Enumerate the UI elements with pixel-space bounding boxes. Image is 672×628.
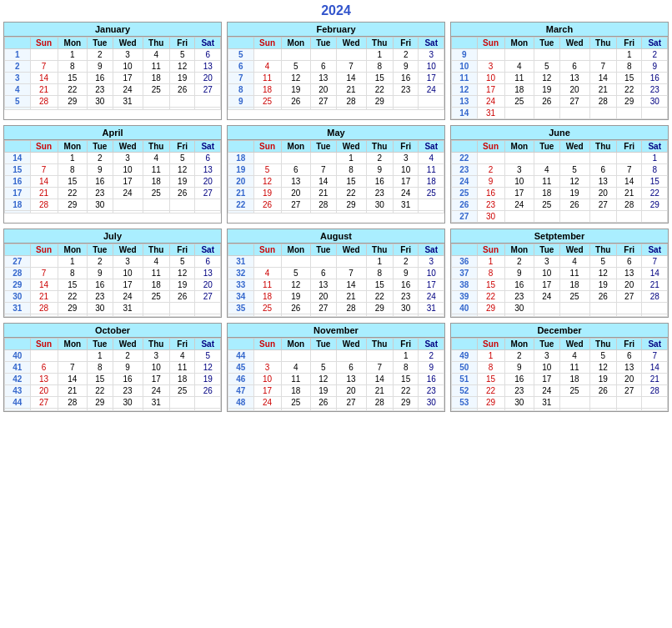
day-cell: 5 [169, 256, 195, 268]
day-cell: 30 [504, 303, 534, 314]
month-table: SunMonTueWedThuFriSat4412453456789461011… [228, 338, 444, 411]
day-cell: 5 [311, 362, 337, 374]
week-number: 26 [452, 199, 478, 211]
day-cell: 14 [366, 374, 393, 385]
table-row [228, 211, 444, 214]
day-header-tue: Tue [311, 141, 337, 153]
day-cell: 3 [393, 153, 419, 164]
table-row: 221 [452, 153, 668, 164]
day-cell [281, 211, 310, 214]
day-cell: 13 [195, 61, 221, 73]
day-cell: 10 [113, 268, 143, 279]
day-cell: 25 [534, 199, 560, 211]
day-cell: 6 [589, 164, 616, 176]
day-cell: 5 [169, 153, 195, 164]
day-header-mon: Mon [504, 244, 534, 256]
day-header-mon: Mon [504, 339, 534, 350]
day-cell: 26 [559, 199, 589, 211]
week-number: 53 [452, 397, 478, 409]
day-cell: 14 [642, 268, 668, 279]
week-num-header [452, 244, 478, 256]
day-cell: 11 [419, 164, 444, 176]
day-cell: 22 [58, 188, 87, 199]
day-header-mon: Mon [504, 38, 534, 49]
day-cell: 2 [393, 49, 419, 61]
day-cell: 16 [113, 374, 143, 385]
day-cell: 25 [253, 303, 281, 314]
day-cell: 13 [311, 73, 337, 84]
day-cell [589, 303, 616, 314]
day-cell: 14 [30, 176, 58, 188]
day-cell: 11 [253, 279, 281, 291]
day-cell: 26 [253, 199, 281, 211]
day-cell: 22 [393, 385, 419, 397]
day-cell: 14 [336, 279, 366, 291]
day-header-fri: Fri [169, 339, 195, 350]
day-cell: 1 [58, 256, 87, 268]
day-cell: 4 [559, 350, 589, 362]
day-cell [253, 314, 281, 317]
day-header-fri: Fri [616, 38, 642, 49]
day-header-thu: Thu [143, 244, 169, 256]
day-cell: 1 [58, 49, 87, 61]
table-row [5, 108, 221, 110]
day-cell: 7 [366, 362, 393, 374]
day-cell: 1 [477, 256, 504, 268]
day-cell: 6 [616, 256, 642, 268]
week-number [452, 314, 478, 317]
table-row: 3245678910 [228, 268, 444, 279]
day-cell: 15 [58, 176, 87, 188]
month-table: SunMonTueWedThuFriSat4012345416789101112… [4, 338, 221, 411]
day-cell [589, 211, 616, 223]
day-header-wed: Wed [559, 339, 589, 350]
day-cell [311, 409, 337, 411]
day-cell: 24 [393, 188, 419, 199]
day-header-sun: Sun [253, 38, 281, 49]
day-cell [88, 314, 113, 317]
day-header-sun: Sun [477, 141, 504, 153]
day-cell: 19 [253, 188, 281, 199]
day-cell [419, 211, 444, 214]
day-cell: 23 [88, 84, 113, 96]
day-cell: 3 [419, 256, 444, 268]
day-cell: 13 [616, 268, 642, 279]
table-row: 1614151617181920 [5, 176, 221, 188]
day-cell [58, 409, 87, 411]
day-cell [58, 350, 87, 362]
month-title: November [228, 324, 444, 338]
day-cell: 9 [504, 362, 534, 374]
day-cell [169, 314, 195, 317]
day-header-thu: Thu [143, 339, 169, 350]
day-cell: 7 [336, 268, 366, 279]
day-cell: 13 [559, 73, 589, 84]
month-block-june: JuneSunMonTueWedThuFriSat221232345678249… [450, 125, 669, 224]
day-cell: 20 [30, 385, 58, 397]
table-row: 27123456 [5, 256, 221, 268]
day-cell [195, 397, 221, 409]
table-row: 314151617181920 [5, 73, 221, 84]
day-cell: 18 [143, 176, 169, 188]
day-cell: 12 [169, 61, 195, 73]
day-cell: 5 [281, 61, 310, 73]
month-title: January [4, 23, 221, 37]
week-number: 15 [5, 164, 31, 176]
day-header-tue: Tue [311, 38, 337, 49]
day-cell [616, 108, 642, 119]
week-number: 18 [228, 153, 254, 164]
day-header-fri: Fri [169, 141, 195, 153]
day-cell: 4 [504, 61, 534, 73]
day-cell: 4 [534, 164, 560, 176]
day-cell [366, 350, 393, 362]
day-header-tue: Tue [311, 244, 337, 256]
table-row: 5123 [228, 49, 444, 61]
day-cell: 13 [195, 164, 221, 176]
day-cell [311, 314, 337, 317]
day-cell: 19 [281, 84, 310, 96]
day-cell [589, 397, 616, 409]
day-cell: 24 [534, 291, 560, 303]
month-title: March [451, 23, 668, 37]
day-cell: 20 [616, 279, 642, 291]
day-header-sat: Sat [642, 244, 668, 256]
day-cell [143, 211, 169, 214]
day-cell [642, 108, 668, 119]
